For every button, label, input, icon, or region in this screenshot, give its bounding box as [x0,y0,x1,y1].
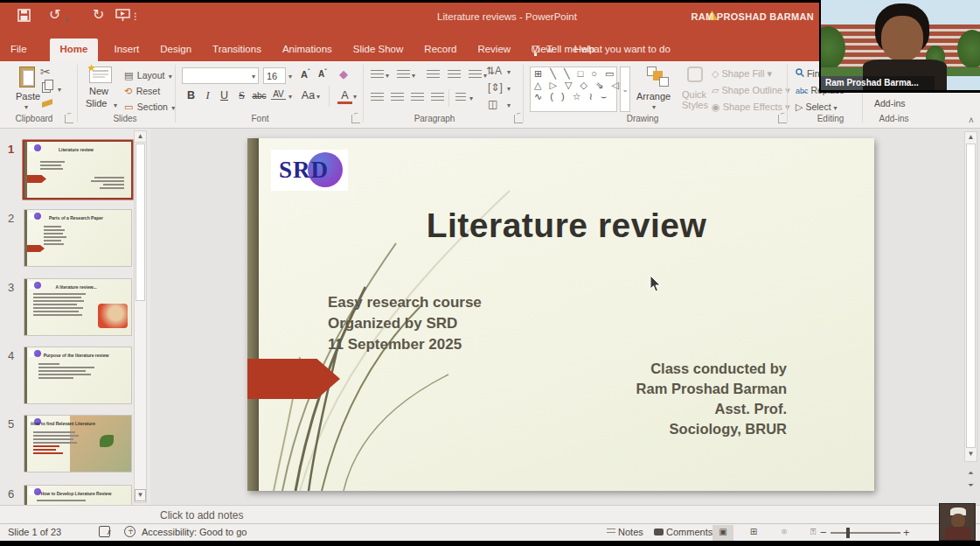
numbering-dropdown-icon[interactable]: ▾ [412,72,415,80]
reading-view-button[interactable]: ⌾ [774,525,795,541]
notes-placeholder[interactable]: Click to add notes [160,509,243,522]
normal-view-button[interactable]: ▣ [712,525,733,541]
columns-icon[interactable] [455,93,466,102]
tab-slideshow[interactable]: Slide Show [343,38,414,61]
align-text-icon[interactable]: [⇕] [488,81,503,94]
slide-credits[interactable]: Class conducted by Ram Proshad Barman As… [636,359,787,439]
scroll-down-icon[interactable]: ▼ [965,449,977,459]
tab-home[interactable]: Home [50,38,99,61]
character-spacing-dropdown-icon[interactable]: ▾ [288,93,292,101]
underline-button[interactable]: U [217,89,232,102]
slide-thumbnail-2[interactable]: Parts of a Research Paper [24,210,131,266]
new-slide-button[interactable]: New Slide ▾ [84,66,121,112]
zoom-out-button[interactable]: − [820,526,827,539]
shapes-gallery[interactable]: ⊞ ╲ ╲ □ ○ ▭ △ ▷ ▽ ◇ ⇘ ◁ ∿ ( ) ☆ ≀ ⌣ [530,66,617,112]
tab-insert[interactable]: Insert [103,38,149,61]
section-button[interactable]: ▭ Section ▾ [124,98,175,114]
slide-sorter-view-button[interactable]: ⊞ [743,525,764,541]
bullets-dropdown-icon[interactable]: ▾ [386,72,389,80]
text-direction-icon[interactable]: ⇅A [486,65,502,77]
font-size-dropdown-icon[interactable]: ▾ [288,73,292,80]
thumb-scroll-up-icon[interactable]: ▲ [135,131,146,143]
slide-thumbnail-3[interactable]: A literature review... [24,279,131,335]
clear-formatting-icon[interactable]: ◆ [339,67,348,80]
justify-icon[interactable] [431,93,444,102]
shapes-more-button[interactable]: ⌄ [620,66,630,112]
slide-title[interactable]: Literature review [259,206,874,245]
font-name-input[interactable] [182,67,259,84]
tab-design[interactable]: Design [149,38,202,61]
align-right-icon[interactable] [411,93,424,102]
increase-indent-icon[interactable] [448,70,461,80]
notes-pane[interactable]: Click to add notes [0,505,980,523]
reset-button[interactable]: ⟲ Reset [124,82,160,98]
tab-review[interactable]: Review [467,38,521,61]
convert-smartart-icon[interactable]: ◫ [488,98,497,110]
font-color-button[interactable]: A [337,89,352,104]
align-left-icon[interactable] [371,93,384,102]
notes-button[interactable]: Notes [607,527,643,537]
addins-button[interactable]: Add-ins [874,98,906,108]
character-spacing-button[interactable]: AV [271,89,286,100]
italic-button[interactable]: I [200,89,215,102]
slide-thumbnail-5[interactable]: How to find Relevant Literature [24,416,131,472]
slide-thumbnail-4[interactable]: Purpose of the literature review [24,347,131,403]
convert-smartart-dropdown-icon[interactable]: ▾ [507,102,511,109]
thumbnail-scrollbar[interactable]: ▲ ▼ [134,130,147,503]
bullets-icon[interactable] [371,70,384,80]
strikethrough-button[interactable]: S [234,89,249,102]
shape-effects-button[interactable]: ◉ Shape Effects ▾ [712,102,790,113]
tab-record[interactable]: Record [414,38,467,61]
comments-button[interactable]: Comments [654,527,712,537]
save-icon[interactable] [17,9,31,22]
slide-thumbnail-1[interactable]: Literature review [24,142,131,198]
change-case-dropdown-icon[interactable]: ▾ [316,93,320,101]
accessibility-status[interactable]: Accessibility: Good to go [142,527,247,537]
subscript-button[interactable]: abc [252,91,267,101]
editor-scrollbar[interactable]: ▲ ▼ [964,131,977,462]
paste-button[interactable]: Paste ▾ [14,66,44,110]
tellme-box[interactable]: Tell me what you want to do [532,44,671,54]
change-case-button[interactable]: Aa [301,89,316,102]
clipboard-dialog-launcher[interactable] [65,115,73,123]
undo-button[interactable]: ↺ [49,8,60,22]
shape-fill-button[interactable]: ◇ Shape Fill ▾ [712,68,772,80]
columns-dropdown-icon[interactable]: ▾ [469,94,473,102]
font-name-dropdown-icon[interactable]: ▾ [252,73,255,80]
presenter-webcam[interactable]: Ram Proshad Barma... [819,0,980,93]
thumb-scroll-down-icon[interactable]: ▼ [135,489,146,501]
zoom-in-button[interactable]: + [903,526,910,539]
grow-font-button[interactable]: Aˆ [301,68,309,80]
paragraph-dialog-launcher[interactable] [514,115,523,123]
collapse-ribbon-icon[interactable]: ˄ [969,116,974,125]
scroll-thumb[interactable] [966,144,976,448]
align-text-dropdown-icon[interactable]: ▾ [507,85,511,93]
scroll-up-icon[interactable]: ▲ [965,132,977,143]
select-button[interactable]: ▷ Select ▾ [796,102,838,113]
align-center-icon[interactable] [391,93,404,102]
cut-icon[interactable]: ✂ [40,65,51,79]
drawing-dialog-launcher[interactable] [778,115,787,123]
account-name[interactable]: RAM PROSHAD BARMAN [692,11,814,22]
line-spacing-icon[interactable] [469,70,482,80]
decrease-indent-icon[interactable] [427,70,440,80]
redo-button[interactable]: ↻ [93,8,104,22]
tab-animations[interactable]: Animations [272,38,343,61]
spell-check-icon[interactable]: ✗ [99,526,110,537]
text-direction-dropdown-icon[interactable]: ▾ [507,68,511,76]
accessibility-icon[interactable]: ☥ [124,526,136,537]
font-color-dropdown-icon[interactable]: ▾ [353,93,357,101]
previous-slide-button[interactable]: ⏶ [964,468,977,479]
customize-qat-icon[interactable]: ᎒ [133,10,138,24]
participant-webcam-thumbnail[interactable] [939,503,976,541]
bold-button[interactable]: B [184,89,198,102]
font-size-input[interactable] [263,67,286,84]
copy-dropdown-icon[interactable]: ▾ [58,86,61,94]
tab-transitions[interactable]: Transitions [202,38,272,61]
shrink-font-button[interactable]: Aˇ [318,68,327,79]
thumb-scroll-thumb[interactable] [136,144,145,301]
next-slide-button[interactable]: ⏷ [964,480,977,491]
slide-canvas[interactable]: SRD Literature review Easy research cour… [247,138,874,491]
tab-file[interactable]: File [0,38,38,61]
slide-subtitle[interactable]: Easy research course Organized by SRD 11… [328,292,482,355]
